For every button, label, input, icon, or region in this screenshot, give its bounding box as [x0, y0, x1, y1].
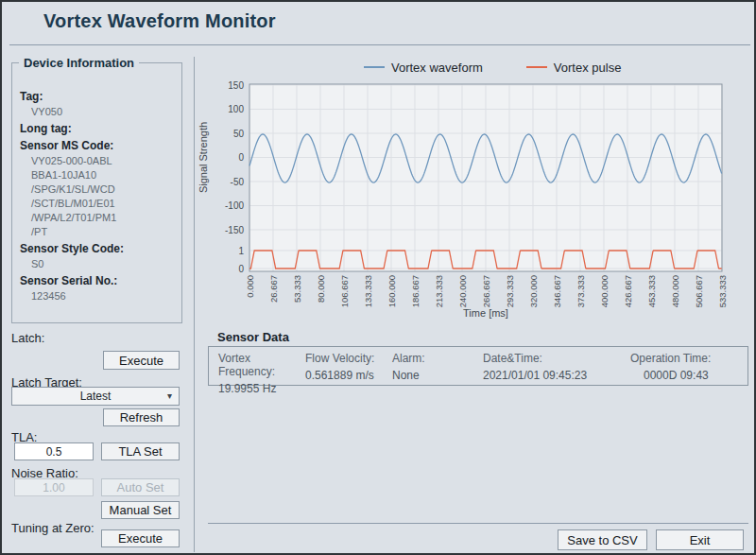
datetime-value: 2021/01/01 09:45:23 — [483, 369, 610, 382]
tla-set-button[interactable]: TLA Set — [101, 442, 180, 460]
footer-divider — [208, 523, 748, 524]
svg-text:-50: -50 — [231, 177, 245, 187]
sensor-ms-code-label: Sensor MS Code: — [20, 140, 174, 152]
sensor-style-code-value: S0 — [31, 257, 174, 270]
manual-set-button[interactable]: Manual Set — [101, 501, 180, 519]
svg-text:106.667: 106.667 — [339, 275, 350, 307]
svg-text:Signal Strength: Signal Strength — [198, 122, 209, 193]
sensor-ms-code-line: /WPA/L2/T01/PM1 — [31, 211, 174, 224]
svg-text:186.667: 186.667 — [410, 275, 421, 307]
title-divider — [9, 44, 750, 45]
save-to-csv-button[interactable]: Save to CSV — [558, 529, 647, 550]
page-title: Vortex Waveform Monitor — [43, 10, 276, 32]
latch-target-selected-value: Latest — [80, 390, 112, 403]
sensor-col-operation-time: Operation Time: 0000D 09:43 — [610, 352, 711, 385]
noise-ratio-input — [14, 478, 94, 496]
svg-text:-150: -150 — [225, 225, 244, 235]
tag-value: VY050 — [31, 105, 174, 118]
svg-text:150: 150 — [228, 80, 244, 91]
svg-text:100: 100 — [228, 104, 244, 114]
svg-text:293.333: 293.333 — [505, 275, 515, 307]
flow-velocity-label: Flow Velocity: — [305, 352, 392, 365]
vortex-frequency-value: 19.9955 Hz — [218, 382, 305, 395]
refresh-button[interactable]: Refresh — [103, 408, 180, 426]
svg-text:Time [ms]: Time [ms] — [463, 307, 508, 319]
svg-text:160.000: 160.000 — [387, 275, 397, 307]
operation-time-value: 0000D 09:43 — [630, 369, 711, 382]
sensor-ms-code-line: /PT — [31, 225, 174, 238]
latch-execute-button[interactable]: Execute — [103, 351, 180, 370]
svg-text:53.333: 53.333 — [292, 275, 302, 303]
svg-text:-100: -100 — [225, 200, 244, 211]
vortex-monitor-window: Vortex Waveform Monitor Tag: VY050 Long … — [0, 0, 756, 555]
svg-text:506.667: 506.667 — [694, 275, 704, 307]
svg-text:0: 0 — [238, 152, 244, 163]
latch-target-dropdown[interactable]: Latest ▾ — [11, 387, 180, 406]
svg-text:480.000: 480.000 — [670, 275, 680, 307]
sensor-data-title: Sensor Data — [217, 330, 289, 344]
sensor-col-datetime: Date&Time: 2021/01/01 09:45:23 — [483, 352, 610, 385]
sensor-col-alarm: Alarm: None — [392, 352, 483, 385]
svg-text:1: 1 — [238, 246, 244, 256]
tla-input[interactable] — [14, 442, 94, 460]
svg-text:80.000: 80.000 — [316, 275, 326, 303]
long-tag-label: Long tag: — [20, 123, 174, 135]
sensor-ms-code-line: VY025-000-0ABL — [31, 154, 174, 167]
latch-label: Latch: — [11, 331, 44, 345]
svg-text:453.333: 453.333 — [646, 275, 657, 307]
sensor-ms-code-line: BBA1-10JA10 — [31, 168, 174, 182]
svg-text:26.667: 26.667 — [268, 275, 279, 303]
alarm-value: None — [392, 369, 483, 382]
svg-text:240.000: 240.000 — [457, 275, 468, 307]
svg-text:533.333: 533.333 — [717, 275, 728, 307]
sensor-data-panel: Vortex Frequency: 19.9955 Hz Flow Veloci… — [208, 346, 748, 386]
tuning-execute-button[interactable]: Execute — [101, 529, 180, 547]
svg-text:346.667: 346.667 — [552, 275, 562, 307]
svg-text:373.333: 373.333 — [576, 275, 586, 307]
svg-text:0: 0 — [238, 264, 244, 274]
sensor-col-flow-velocity: Flow Velocity: 0.561889 m/s — [305, 352, 392, 385]
svg-text:133.333: 133.333 — [363, 275, 373, 307]
sensor-col-vortex-frequency: Vortex Frequency: 19.9955 Hz — [218, 352, 305, 385]
svg-text:426.667: 426.667 — [623, 275, 633, 307]
sensor-serial-label: Sensor Serial No.: — [20, 275, 174, 287]
exit-button[interactable]: Exit — [656, 529, 744, 550]
device-info-panel: Tag: VY050 Long tag: Sensor MS Code: VY0… — [11, 62, 182, 323]
svg-text:213.333: 213.333 — [434, 275, 444, 307]
svg-text:0.000: 0.000 — [245, 275, 255, 298]
svg-text:50: 50 — [233, 129, 245, 139]
sensor-serial-value: 123456 — [31, 289, 174, 303]
vortex-frequency-label: Vortex Frequency: — [218, 352, 305, 378]
svg-text:320.000: 320.000 — [528, 275, 539, 307]
svg-text:400.000: 400.000 — [599, 275, 610, 307]
auto-set-button: Auto Set — [101, 478, 180, 496]
sensor-ms-code-line: /SCT/BL/M01/E01 — [31, 197, 174, 210]
tag-label: Tag: — [20, 91, 174, 103]
svg-text:266.667: 266.667 — [481, 275, 491, 307]
waveform-chart: 0.00026.66753.33380.000106.667133.333160… — [194, 54, 756, 328]
operation-time-label: Operation Time: — [630, 352, 711, 365]
sensor-style-code-label: Sensor Style Code: — [20, 243, 174, 255]
datetime-label: Date&Time: — [483, 352, 610, 365]
tuning-at-zero-label: Tuning at Zero: — [11, 521, 94, 535]
sensor-ms-code-line: /SPG/K1/SL/WCD — [31, 182, 174, 196]
flow-velocity-value: 0.561889 m/s — [305, 369, 392, 382]
alarm-label: Alarm: — [392, 352, 483, 365]
chevron-down-icon: ▾ — [167, 390, 172, 401]
device-info-title: Device Information — [19, 56, 139, 70]
